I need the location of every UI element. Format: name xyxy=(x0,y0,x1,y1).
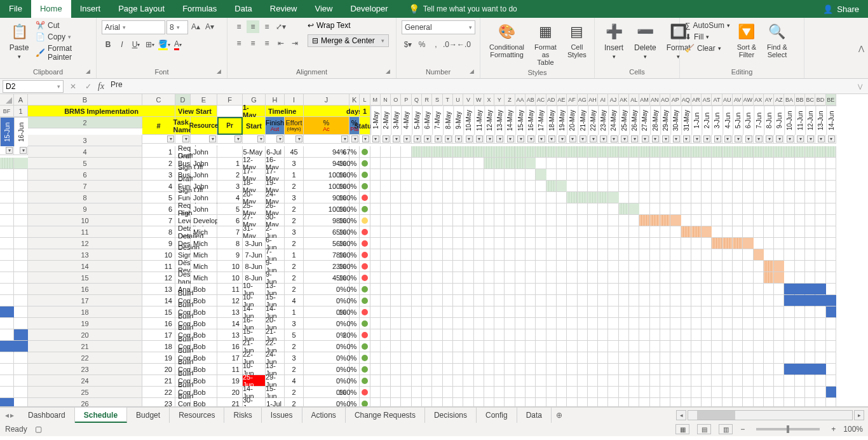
cancel-edit-button[interactable]: ✕ xyxy=(67,82,79,91)
date-header-10-May[interactable]: 10-May xyxy=(463,106,473,135)
date-header-13-May[interactable]: 13-May xyxy=(494,106,505,135)
filter-dropdown-icon[interactable]: ▾ xyxy=(341,135,348,142)
filter-cell[interactable]: ▾ xyxy=(526,135,536,144)
accounting-format-icon[interactable]: $▾ xyxy=(402,38,414,51)
insert-cells-button[interactable]: ➕Insert▾ xyxy=(600,20,628,61)
task-status[interactable] xyxy=(360,318,370,329)
task-effort[interactable]: 1 xyxy=(285,249,304,261)
page-layout-button[interactable]: ▤ xyxy=(697,424,711,434)
task-resource[interactable]: Bob xyxy=(191,398,217,407)
sheet-tab-resources[interactable]: Resources xyxy=(170,408,224,423)
column-header-BA[interactable]: BA xyxy=(784,94,794,106)
filter-cell[interactable]: ▾ xyxy=(432,135,442,144)
filter-dropdown-icon[interactable]: ▾ xyxy=(167,135,174,142)
task-index[interactable]: 3 xyxy=(142,169,175,181)
filter-dropdown-icon[interactable]: ▾ xyxy=(724,135,731,142)
ribbon-tab-page-layout[interactable]: Page Layout xyxy=(109,0,173,18)
filter-cell[interactable]: ▾ xyxy=(360,135,370,144)
sheet-tab-schedule[interactable]: Schedule xyxy=(75,408,127,423)
sort-filter-button[interactable]: 🔽Sort & Filter xyxy=(733,20,761,60)
task-index[interactable]: 5 xyxy=(142,192,175,203)
paste-button[interactable]: 📋 Paste ▾ xyxy=(5,20,33,61)
ribbon-tab-home[interactable]: Home xyxy=(31,0,71,18)
task-pct-plan[interactable]: 0% xyxy=(349,284,360,295)
zoom-slider[interactable] xyxy=(756,428,820,430)
filter-cell[interactable]: ▾ xyxy=(243,135,266,144)
row-header-1[interactable]: 1 xyxy=(14,106,28,117)
task-pct-plan[interactable]: 0% xyxy=(349,364,360,375)
row-header-11[interactable]: 11 xyxy=(28,226,142,238)
column-header-P[interactable]: P xyxy=(401,94,411,106)
filter-cell[interactable]: ▾ xyxy=(722,135,733,144)
filter-dropdown-icon[interactable]: ▾ xyxy=(652,135,659,142)
task-pct-plan[interactable]: 0% xyxy=(349,352,360,364)
task-pct-plan[interactable]: 0% xyxy=(349,318,360,329)
filter-cell[interactable]: ▾ xyxy=(815,135,825,144)
column-header-AQ[interactable]: AQ xyxy=(681,94,691,106)
task-effort[interactable]: 2 xyxy=(285,387,304,398)
task-status[interactable] xyxy=(360,329,370,341)
copy-button[interactable]: 📄Copy▾ xyxy=(36,32,91,42)
sheet-nav-last-icon[interactable]: ▸ xyxy=(10,411,14,420)
column-header-AM[interactable]: AM xyxy=(639,94,649,106)
task-start[interactable]: 31-May xyxy=(243,226,266,238)
filter-dropdown-icon[interactable]: ▾ xyxy=(182,135,189,142)
task-pct-plan[interactable]: 100% xyxy=(349,192,360,203)
decrease-font-icon[interactable]: A▾ xyxy=(203,20,216,33)
task-predecessor[interactable]: 7 xyxy=(217,226,243,238)
filter-dropdown-icon[interactable]: ▾ xyxy=(234,135,241,142)
filter-cell[interactable]: ▾ xyxy=(266,135,285,144)
task-start[interactable]: 30-Jun xyxy=(243,398,266,407)
normal-view-button[interactable]: ▦ xyxy=(675,424,689,434)
task-status[interactable] xyxy=(360,192,370,203)
column-header-C[interactable]: C xyxy=(142,94,175,106)
task-index[interactable]: 15 xyxy=(142,306,175,318)
task-index[interactable]: 1 xyxy=(142,146,175,158)
align-top-icon[interactable]: ≡ xyxy=(233,20,245,33)
filter-cell[interactable]: ▾ xyxy=(401,135,411,144)
filter-cell[interactable]: ▾ xyxy=(619,135,629,144)
task-effort[interactable]: 1 xyxy=(285,169,304,181)
task-predecessor[interactable]: 20 xyxy=(217,387,243,398)
column-header-AF[interactable]: AF xyxy=(567,94,577,106)
task-status[interactable] xyxy=(360,169,370,181)
column-header-AX[interactable]: AX xyxy=(754,94,764,106)
filter-dropdown-icon[interactable]: ▾ xyxy=(797,135,804,142)
date-header-3-May[interactable]: 3-May xyxy=(391,106,401,135)
add-sheet-button[interactable]: ⊕ xyxy=(552,411,567,420)
filter-cell[interactable]: ▾ xyxy=(805,135,815,144)
filter-cell[interactable]: ▾ xyxy=(142,135,175,144)
scroll-thumb[interactable] xyxy=(697,411,735,420)
column-header-AT[interactable]: AT xyxy=(712,94,722,106)
conditional-formatting-button[interactable]: 🎨Conditional Formatting xyxy=(485,20,528,60)
date-header-1-May[interactable]: 1-May xyxy=(370,106,381,135)
filter-cell[interactable]: ▾ xyxy=(474,135,484,144)
filter-cell[interactable]: ▾ xyxy=(629,135,639,144)
task-index[interactable]: 11 xyxy=(142,261,175,272)
dialog-launcher-icon[interactable]: ◢ xyxy=(217,68,224,76)
task-start[interactable]: 3-Jun xyxy=(243,238,266,249)
column-header-D[interactable]: D xyxy=(175,94,191,106)
align-middle-icon[interactable]: ≡ xyxy=(247,20,259,33)
column-header-AR[interactable]: AR xyxy=(691,94,702,106)
row-header-24[interactable]: 24 xyxy=(28,375,142,387)
filter-cell[interactable]: ▾ xyxy=(191,135,217,144)
filter-cell[interactable]: ▾ xyxy=(453,135,463,144)
task-pct-plan[interactable]: 0% xyxy=(349,295,360,306)
sheet-nav-first-icon[interactable]: ◂ xyxy=(5,411,9,420)
task-index[interactable]: 6 xyxy=(142,203,175,215)
number-format-select[interactable]: General▾ xyxy=(402,20,475,34)
date-header-24-May[interactable]: 24-May xyxy=(608,106,618,135)
filter-cell[interactable]: ▾ xyxy=(712,135,722,144)
column-header-Z[interactable]: Z xyxy=(505,94,515,106)
ribbon-tab-file[interactable]: File xyxy=(0,0,31,18)
column-header-W[interactable]: W xyxy=(474,94,484,106)
column-header-AU[interactable]: AU xyxy=(722,94,733,106)
row-header-22[interactable]: 22 xyxy=(28,352,142,364)
task-predecessor[interactable]: 10 xyxy=(217,272,243,284)
date-header-13-Jun[interactable]: 13-Jun xyxy=(815,106,825,135)
comma-format-icon[interactable]: , xyxy=(430,38,442,51)
task-status[interactable] xyxy=(360,203,370,215)
enter-edit-button[interactable]: ✓ xyxy=(83,82,94,91)
filter-cell[interactable]: ▾ xyxy=(774,135,784,144)
